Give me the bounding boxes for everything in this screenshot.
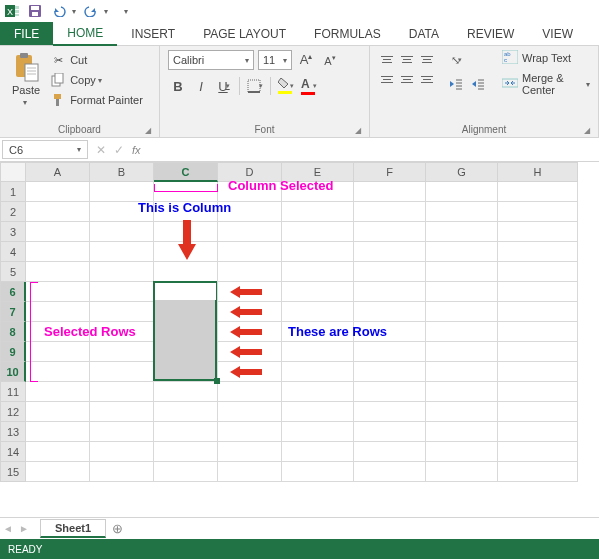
- cell-B4[interactable]: [90, 242, 154, 262]
- alignment-dialog-launcher-icon[interactable]: ◢: [584, 126, 590, 135]
- cell-A5[interactable]: [26, 262, 90, 282]
- cell-B13[interactable]: [90, 422, 154, 442]
- cell-F8[interactable]: [354, 322, 426, 342]
- cell-G4[interactable]: [426, 242, 498, 262]
- insert-function-icon[interactable]: fx: [132, 144, 141, 156]
- cell-E11[interactable]: [282, 382, 354, 402]
- decrease-font-button[interactable]: A▾: [320, 50, 340, 70]
- cell-G8[interactable]: [426, 322, 498, 342]
- cell-A13[interactable]: [26, 422, 90, 442]
- cell-B1[interactable]: [90, 182, 154, 202]
- cell-E5[interactable]: [282, 262, 354, 282]
- cell-G5[interactable]: [426, 262, 498, 282]
- cell-B2[interactable]: [90, 202, 154, 222]
- cell-B14[interactable]: [90, 442, 154, 462]
- cell-E3[interactable]: [282, 222, 354, 242]
- cell-G10[interactable]: [426, 362, 498, 382]
- cell-C12[interactable]: [154, 402, 218, 422]
- cell-H14[interactable]: [498, 442, 578, 462]
- cell-G3[interactable]: [426, 222, 498, 242]
- row-header-13[interactable]: 13: [0, 422, 26, 442]
- cell-D15[interactable]: [218, 462, 282, 482]
- cell-E4[interactable]: [282, 242, 354, 262]
- row-header-3[interactable]: 3: [0, 222, 26, 242]
- row-header-15[interactable]: 15: [0, 462, 26, 482]
- row-header-9[interactable]: 9: [0, 342, 26, 362]
- cell-F6[interactable]: [354, 282, 426, 302]
- row-header-8[interactable]: 8: [0, 322, 26, 342]
- row-header-10[interactable]: 10: [0, 362, 26, 382]
- cell-F11[interactable]: [354, 382, 426, 402]
- col-header-B[interactable]: B: [90, 162, 154, 182]
- cell-H9[interactable]: [498, 342, 578, 362]
- paste-button[interactable]: Paste ▾: [8, 50, 44, 109]
- undo-icon[interactable]: [50, 2, 68, 20]
- cell-E14[interactable]: [282, 442, 354, 462]
- cell-H4[interactable]: [498, 242, 578, 262]
- tab-page-layout[interactable]: PAGE LAYOUT: [189, 22, 300, 45]
- cell-F2[interactable]: [354, 202, 426, 222]
- cell-C1[interactable]: [154, 182, 218, 202]
- row-header-12[interactable]: 12: [0, 402, 26, 422]
- bold-button[interactable]: B: [168, 76, 188, 96]
- cell-H2[interactable]: [498, 202, 578, 222]
- cell-G9[interactable]: [426, 342, 498, 362]
- cell-D14[interactable]: [218, 442, 282, 462]
- cell-F1[interactable]: [354, 182, 426, 202]
- border-button[interactable]: ▾: [245, 76, 265, 96]
- tab-scroll-left-icon[interactable]: ◄: [0, 523, 16, 534]
- cell-C10[interactable]: [154, 362, 218, 382]
- row-header-11[interactable]: 11: [0, 382, 26, 402]
- cell-E2[interactable]: [282, 202, 354, 222]
- cell-A7[interactable]: [26, 302, 90, 322]
- cell-A4[interactable]: [26, 242, 90, 262]
- cell-G14[interactable]: [426, 442, 498, 462]
- cell-C13[interactable]: [154, 422, 218, 442]
- cell-C8[interactable]: [154, 322, 218, 342]
- cell-A3[interactable]: [26, 222, 90, 242]
- cell-F7[interactable]: [354, 302, 426, 322]
- cell-D3[interactable]: [218, 222, 282, 242]
- cancel-formula-icon[interactable]: ✕: [96, 143, 106, 157]
- align-top-right-button[interactable]: [418, 50, 436, 68]
- cell-A9[interactable]: [26, 342, 90, 362]
- underline-button[interactable]: U▾: [214, 76, 234, 96]
- redo-icon[interactable]: [82, 2, 100, 20]
- row-header-7[interactable]: 7: [0, 302, 26, 322]
- cell-D7[interactable]: [218, 302, 282, 322]
- cell-D1[interactable]: [218, 182, 282, 202]
- select-all-corner[interactable]: [0, 162, 26, 182]
- tab-data[interactable]: DATA: [395, 22, 453, 45]
- row-header-2[interactable]: 2: [0, 202, 26, 222]
- cell-F3[interactable]: [354, 222, 426, 242]
- sheet-tab-sheet1[interactable]: Sheet1: [40, 519, 106, 538]
- row-header-5[interactable]: 5: [0, 262, 26, 282]
- row-header-4[interactable]: 4: [0, 242, 26, 262]
- cell-A11[interactable]: [26, 382, 90, 402]
- wrap-text-button[interactable]: abcWrap Text: [502, 50, 590, 66]
- cell-D5[interactable]: [218, 262, 282, 282]
- cell-E13[interactable]: [282, 422, 354, 442]
- cell-B11[interactable]: [90, 382, 154, 402]
- cell-A8[interactable]: [26, 322, 90, 342]
- row-header-1[interactable]: 1: [0, 182, 26, 202]
- cell-D12[interactable]: [218, 402, 282, 422]
- cell-B12[interactable]: [90, 402, 154, 422]
- new-sheet-button[interactable]: ⊕: [106, 521, 128, 536]
- cell-F13[interactable]: [354, 422, 426, 442]
- cell-C4[interactable]: [154, 242, 218, 262]
- cell-G11[interactable]: [426, 382, 498, 402]
- cell-D10[interactable]: [218, 362, 282, 382]
- save-icon[interactable]: [26, 2, 44, 20]
- cell-H8[interactable]: [498, 322, 578, 342]
- col-header-E[interactable]: E: [282, 162, 354, 182]
- cell-H15[interactable]: [498, 462, 578, 482]
- cell-C11[interactable]: [154, 382, 218, 402]
- cell-G6[interactable]: [426, 282, 498, 302]
- cell-G12[interactable]: [426, 402, 498, 422]
- cell-H11[interactable]: [498, 382, 578, 402]
- tab-view[interactable]: VIEW: [528, 22, 587, 45]
- tab-scroll-right-icon[interactable]: ►: [16, 523, 32, 534]
- align-bottom-left-button[interactable]: [378, 70, 396, 88]
- increase-indent-button[interactable]: [468, 74, 488, 94]
